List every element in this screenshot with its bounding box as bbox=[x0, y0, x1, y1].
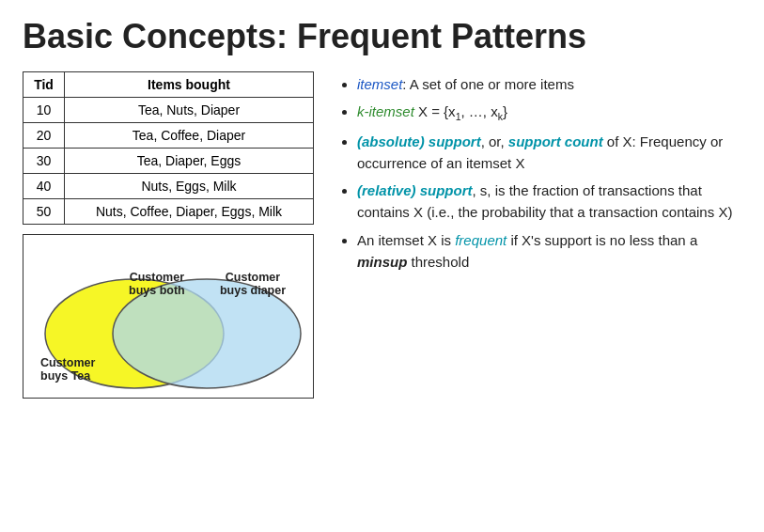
table-row: 20 Tea, Coffee, Diaper bbox=[23, 123, 314, 149]
svg-point-1 bbox=[113, 279, 301, 388]
bullet-absolute-support: (absolute) support, or, support count of… bbox=[357, 131, 741, 175]
col1-header: Tid bbox=[23, 72, 65, 98]
bullet-list: itemset: A set of one or more items k-it… bbox=[336, 73, 741, 273]
tid-cell: 10 bbox=[23, 98, 65, 123]
content-row: Tid Items bought 10 Tea, Nuts, Diaper 20… bbox=[23, 71, 741, 517]
transaction-table: Tid Items bought 10 Tea, Nuts, Diaper 20… bbox=[23, 71, 314, 225]
bullet-relative-support: (relative) support, s, is the fraction o… bbox=[357, 180, 741, 224]
tid-cell: 20 bbox=[23, 123, 65, 149]
tid-cell: 40 bbox=[23, 174, 65, 199]
bullet-frequent: An itemset X is frequent if X's support … bbox=[357, 229, 741, 274]
right-panel: itemset: A set of one or more items k-it… bbox=[336, 71, 741, 517]
left-panel: Tid Items bought 10 Tea, Nuts, Diaper 20… bbox=[23, 71, 314, 517]
page: Basic Concepts: Frequent Patterns Tid It… bbox=[0, 0, 764, 532]
items-cell: Tea, Diaper, Eggs bbox=[65, 149, 314, 174]
bullet-k-itemset: k-itemset X = {x1, …, xk} bbox=[357, 101, 741, 124]
table-row: 40 Nuts, Eggs, Milk bbox=[23, 174, 314, 199]
col2-header: Items bought bbox=[65, 72, 314, 98]
items-cell: Nuts, Eggs, Milk bbox=[65, 174, 314, 199]
table-row: 30 Tea, Diaper, Eggs bbox=[23, 149, 314, 174]
venn-diagram: Customerbuys both Customerbuys diaper Cu… bbox=[23, 234, 314, 399]
page-title: Basic Concepts: Frequent Patterns bbox=[23, 17, 741, 56]
items-cell: Tea, Coffee, Diaper bbox=[65, 123, 314, 149]
tid-cell: 50 bbox=[23, 199, 65, 225]
tid-cell: 30 bbox=[23, 149, 65, 174]
items-cell: Nuts, Coffee, Diaper, Eggs, Milk bbox=[65, 199, 314, 225]
table-row: 50 Nuts, Coffee, Diaper, Eggs, Milk bbox=[23, 199, 314, 225]
bullet-itemset: itemset: A set of one or more items bbox=[357, 73, 741, 95]
table-row: 10 Tea, Nuts, Diaper bbox=[23, 98, 314, 123]
items-cell: Tea, Nuts, Diaper bbox=[65, 98, 314, 123]
